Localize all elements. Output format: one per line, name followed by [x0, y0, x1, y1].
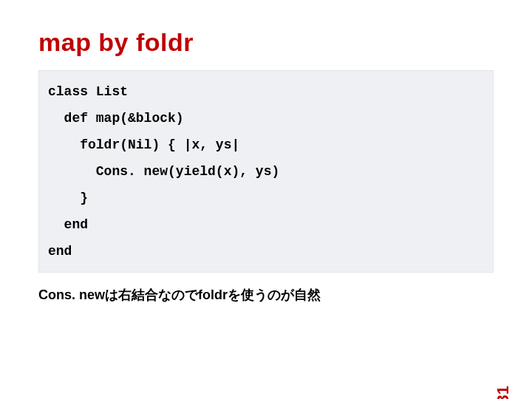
code-line: end	[48, 217, 88, 232]
code-line: }	[48, 191, 88, 205]
code-line: Cons. new(yield(x), ys)	[48, 164, 279, 179]
page-number: 31	[494, 386, 513, 399]
slide: map by foldr class List def map(&block) …	[0, 0, 532, 399]
slide-title: map by foldr	[38, 28, 494, 57]
code-line: end	[48, 244, 72, 259]
code-line: def map(&block)	[48, 111, 184, 126]
code-line: class List	[48, 84, 128, 99]
code-block: class List def map(&block) foldr(Nil) { …	[38, 70, 494, 273]
code-line: foldr(Nil) { |x, ys|	[48, 137, 239, 152]
slide-note: Cons. newは右結合なのでfoldrを使うのが自然	[38, 286, 494, 304]
